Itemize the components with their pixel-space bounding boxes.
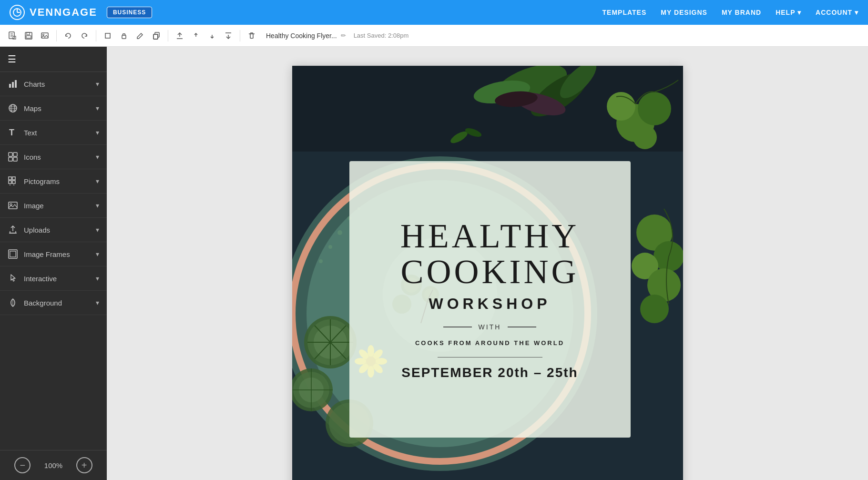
nav-templates[interactable]: TEMPLATES [602,9,647,16]
background-icon [8,297,18,308]
nav-links: TEMPLATES MY DESIGNS MY BRAND HELP ▾ ACC… [602,9,858,16]
copy-button[interactable] [150,29,163,42]
sidebar-interactive-label: Interactive [24,275,90,283]
svg-rect-32 [13,157,17,161]
image-chevron-icon: ▾ [96,202,99,209]
svg-rect-36 [12,181,15,184]
with-text: WITH [479,323,501,331]
business-badge[interactable]: BUSINESS [107,7,152,18]
sidebar-item-background[interactable]: Background ▾ [0,291,107,315]
sidebar-text-label: Text [24,129,90,137]
sidebar-maps-label: Maps [24,104,90,112]
text-chevron-icon: ▾ [96,129,99,136]
sidebar: ☰ Charts ▾ [0,47,107,480]
charts-chevron-icon: ▾ [96,80,99,88]
send-to-back-button[interactable] [222,29,235,42]
svg-point-59 [319,259,323,263]
redo-button[interactable] [78,29,91,42]
svg-rect-43 [10,251,16,257]
interactive-icon [8,273,18,284]
lock-button[interactable] [117,29,131,42]
delete-button[interactable] [245,29,258,42]
svg-point-85 [638,92,671,125]
sidebar-icons-label: Icons [24,153,90,161]
sidebar-item-icons[interactable]: Icons ▾ [0,145,107,169]
toolbar: Healthy Cooking Flyer... ✏ Last Saved: 2… [0,25,868,47]
sidebar-uploads-label: Uploads [24,226,90,234]
subtitle: WORKSHOP [429,295,551,313]
sidebar-image-label: Image [24,202,90,210]
help-chevron-icon: ▾ [797,9,801,16]
toolbar-separator-2 [96,30,96,41]
text-icon: T [8,127,18,138]
sidebar-item-pictograms[interactable]: Pictograms ▾ [0,169,107,194]
undo-button[interactable] [61,29,75,42]
zoom-controls: − 100% + [0,450,107,480]
zoom-level-label: 100% [44,461,62,470]
icons-chevron-icon: ▾ [96,153,99,161]
sidebar-item-image-frames[interactable]: Image Frames ▾ [0,242,107,266]
svg-rect-10 [26,36,31,38]
icons-icon [8,152,18,162]
send-backward-button[interactable] [205,29,219,42]
globe-icon [8,103,18,113]
last-saved-label: Last Saved: 2:08pm [354,32,409,39]
left-line [443,327,472,327]
svg-point-12 [43,34,44,35]
background-chevron-icon: ▾ [96,299,99,306]
insert-image-button[interactable] [38,29,51,42]
canvas-area[interactable]: HEALTHY COOKING WORKSHOP WITH COOKS FROM… [107,47,868,480]
save-button[interactable] [22,29,35,42]
edit-button[interactable] [133,29,147,42]
edit-title-icon[interactable]: ✏ [341,32,346,39]
image-icon [8,200,18,211]
pictograms-icon [8,176,18,186]
sidebar-item-image[interactable]: Image ▾ [0,194,107,218]
hamburger-icon[interactable]: ☰ [8,53,16,65]
nav-my-designs[interactable]: MY DESIGNS [661,9,707,16]
nav-account[interactable]: ACCOUNT ▾ [816,9,858,16]
bring-to-front-button[interactable] [173,29,186,42]
svg-rect-35 [9,181,11,184]
svg-rect-14 [122,35,126,39]
interactive-chevron-icon: ▾ [96,275,99,282]
canvas-background: HEALTHY COOKING WORKSHOP WITH COOKS FROM… [292,66,683,480]
svg-rect-34 [12,177,15,180]
svg-rect-20 [9,84,11,88]
maps-chevron-icon: ▾ [96,104,99,112]
nav-help[interactable]: HELP ▾ [776,9,801,16]
sidebar-item-uploads[interactable]: Uploads ▾ [0,218,107,242]
design-canvas: HEALTHY COOKING WORKSHOP WITH COOKS FROM… [292,66,683,480]
zoom-in-button[interactable]: + [76,457,92,473]
title-line2: COOKING [401,254,579,290]
sidebar-image-frames-label: Image Frames [24,250,90,258]
description-text: COOKS FROM AROUND THE WORLD [415,339,564,347]
sidebar-item-maps[interactable]: Maps ▾ [0,96,107,121]
svg-rect-22 [15,80,17,88]
svg-rect-30 [13,153,17,156]
with-lines: WITH [443,323,537,331]
svg-rect-13 [105,33,110,38]
top-navigation: VENNGAGE BUSINESS TEMPLATES MY DESIGNS M… [0,0,868,25]
nav-my-brand[interactable]: MY BRAND [722,9,761,16]
toolbar-separator-3 [168,30,168,41]
logo-text: VENNGAGE [30,6,97,19]
svg-point-92 [640,295,669,323]
zoom-out-button[interactable]: − [14,457,31,473]
svg-point-55 [337,230,342,235]
right-line [508,327,536,327]
doc-title-area: Healthy Cooking Flyer... ✏ Last Saved: 2… [266,32,408,40]
title-line1: HEALTHY [400,218,579,255]
sidebar-item-interactive[interactable]: Interactive ▾ [0,266,107,291]
image-frames-chevron-icon: ▾ [96,250,99,258]
bring-forward-button[interactable] [189,29,203,42]
sidebar-item-text[interactable]: T Text ▾ [0,121,107,145]
page-icon-button[interactable] [6,29,19,42]
logo-icon [10,5,25,20]
crop-button[interactable] [101,29,114,42]
logo-area: VENNGAGE [10,5,97,20]
doc-title[interactable]: Healthy Cooking Flyer... [266,32,337,40]
upload-icon [8,225,18,235]
sidebar-item-charts[interactable]: Charts ▾ [0,72,107,96]
svg-text:T: T [9,128,14,137]
